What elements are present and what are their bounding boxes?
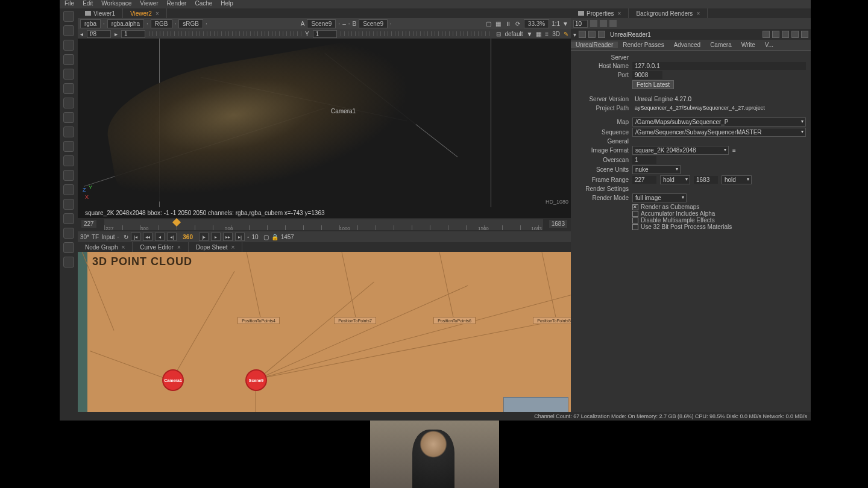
node-graph-tab[interactable]: Node Graph× (78, 242, 133, 252)
menu-cache[interactable]: Cache (195, 0, 212, 7)
tool-color[interactable] (63, 69, 74, 80)
fps-select[interactable]: 30* (80, 234, 89, 240)
first-frame-button[interactable]: |◂ (131, 233, 140, 241)
hostname-field[interactable]: 127.0.0.1 (632, 62, 806, 70)
subtab-reader[interactable]: UnrealReader (571, 42, 618, 48)
step-back-button[interactable]: ◂| (167, 233, 177, 241)
tool-select[interactable] (63, 11, 74, 22)
proxy-icon[interactable]: ▦ (495, 20, 502, 27)
node-reveal-icon[interactable] (588, 31, 596, 38)
tool-channel[interactable] (63, 127, 74, 137)
gamma-slider[interactable] (341, 31, 493, 36)
framerange-end[interactable]: 1683 (694, 176, 718, 184)
tool-paint[interactable] (63, 40, 74, 51)
properties-tab[interactable]: Properties× (571, 8, 629, 18)
subtab-advanced[interactable]: Advanced (669, 42, 705, 48)
menu-workspace[interactable]: Workspace (101, 0, 131, 7)
revert-icon[interactable] (782, 31, 789, 38)
subtab-passes[interactable]: Render Passes (618, 42, 668, 48)
menu-viewer[interactable]: Viewer (140, 0, 158, 7)
imgformat-edit-icon[interactable]: ≡ (732, 147, 736, 154)
align-icon[interactable]: ≡ (545, 31, 549, 37)
node-ptp5[interactable]: PositionToPoints5 (533, 317, 571, 324)
current-frame[interactable]: 360 (179, 234, 197, 240)
gamma-field[interactable]: 1 (313, 30, 337, 38)
prev-key-button[interactable]: ◂◂ (143, 233, 153, 241)
sequence-select[interactable]: /Game/Sequencer/SubwaySequencerMASTER (632, 128, 806, 137)
bg-renders-tab[interactable]: Background Renders× (629, 8, 708, 18)
b-input[interactable]: Scene9 (359, 19, 388, 28)
space-select[interactable]: 3D (552, 31, 560, 37)
tool-other1[interactable] (63, 199, 74, 210)
sceneunits-select[interactable]: nuke (632, 165, 681, 174)
framerange-start-mode[interactable]: hold (660, 175, 690, 184)
last-frame-button[interactable]: ▸| (235, 233, 245, 241)
node-camera[interactable]: Camera1 (162, 369, 184, 391)
help-icon[interactable] (791, 31, 799, 38)
chk-accum-alpha[interactable]: Accumulator Includes Alpha (632, 210, 806, 217)
tool-filter[interactable] (63, 83, 74, 94)
tool-3d[interactable] (63, 155, 74, 166)
subtab-write[interactable]: Write (737, 42, 760, 48)
overscan-field[interactable]: 1 (632, 156, 656, 164)
zoom-select[interactable]: 33.3% (524, 19, 549, 28)
chk-32bit[interactable]: Use 32 Bit Post Process Materials (632, 224, 806, 230)
subtab-camera[interactable]: Camera (705, 42, 737, 48)
view-mode[interactable]: default (505, 31, 523, 37)
edit-icon[interactable] (609, 20, 617, 27)
rendermode-select[interactable]: full image (632, 193, 687, 202)
menu-edit[interactable]: Edit (83, 0, 93, 7)
tool-transform[interactable] (63, 54, 74, 65)
node-ptp7[interactable]: PositionToPoints7 (334, 317, 376, 324)
step-fwd-button[interactable]: |▸ (199, 233, 209, 241)
a-input[interactable]: Scene9 (307, 19, 336, 28)
clip-icon[interactable]: ⊟ (496, 31, 501, 37)
play-fwd-button[interactable]: ▸ (211, 233, 221, 241)
dope-sheet-tab[interactable]: Dope Sheet× (189, 242, 243, 252)
port-field[interactable]: 9008 (632, 71, 662, 79)
framerange-start[interactable]: 227 (632, 176, 656, 184)
lut-select[interactable]: sRGB (178, 19, 203, 28)
wipe-icon[interactable]: ✎ (564, 31, 568, 37)
curve-editor-tab[interactable]: Curve Editor× (133, 242, 188, 252)
fetch-button[interactable]: Fetch Latest (632, 80, 674, 89)
refresh-icon[interactable]: ⟳ (514, 20, 521, 27)
subtab-more[interactable]: V... (760, 42, 778, 48)
float-panel-icon[interactable] (600, 20, 607, 27)
tool-views[interactable] (63, 170, 74, 181)
undo-icon[interactable] (763, 31, 770, 38)
imgformat-select[interactable]: square_2K 2048x2048 (632, 146, 729, 155)
tool-other2[interactable] (63, 213, 74, 224)
node-scene[interactable]: Scene9 (245, 369, 267, 391)
node-info-icon[interactable] (598, 31, 605, 38)
tool-other5[interactable] (63, 257, 74, 267)
gain-slider[interactable] (149, 31, 301, 36)
colorspace-select[interactable]: RGB (151, 19, 172, 28)
tool-metadata[interactable] (63, 184, 74, 195)
chk-disable-multisample[interactable]: Disable Multisample Effects (632, 217, 806, 224)
pause-icon[interactable]: ⏸ (505, 20, 512, 27)
lock-icon[interactable]: 🔒 (271, 234, 278, 240)
menu-help[interactable]: Help (221, 0, 233, 7)
node-name[interactable]: UnrealReader1 (608, 31, 653, 38)
timeline[interactable]: 227 227 300 500 1000 1500 1683 1683 (78, 218, 571, 231)
lock-panel-icon[interactable] (590, 20, 597, 27)
max-panels-field[interactable] (573, 20, 588, 28)
timeline-end-frame[interactable]: 1683 (549, 220, 567, 228)
input-select[interactable]: Input (101, 234, 115, 240)
channel-select[interactable]: rgba (80, 19, 101, 28)
out-frame[interactable]: 1457 (281, 234, 294, 240)
viewer-tab2[interactable]: Viewer2× (123, 8, 167, 18)
node-ptp4[interactable]: PositionToPoints4 (237, 317, 280, 324)
loop-icon[interactable]: ↻ (124, 234, 128, 240)
menu-file[interactable]: File (64, 0, 74, 7)
gain-field[interactable]: 1 (121, 30, 145, 38)
tool-keyer[interactable] (63, 98, 74, 108)
record-icon[interactable]: ▢ (263, 234, 269, 240)
roi-icon[interactable]: ▢ (485, 20, 492, 27)
tool-roto[interactable] (63, 25, 74, 36)
close-node-icon[interactable] (801, 31, 808, 38)
viewport[interactable]: Camera1 Y X Z HD_1080 (78, 39, 571, 207)
node-graph[interactable]: 3D POINT CLOUD PositionToPoints4 Positio… (78, 252, 571, 420)
tool-deep[interactable] (63, 141, 74, 152)
